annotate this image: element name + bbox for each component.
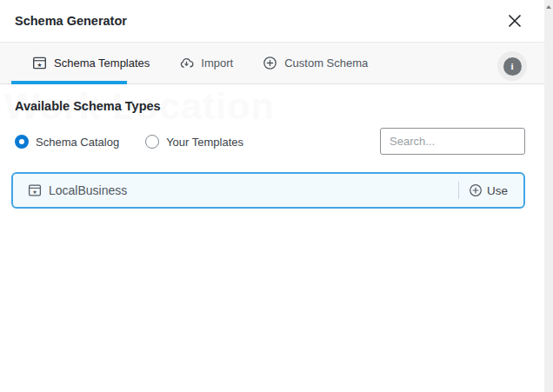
tab-label: Import xyxy=(201,56,233,70)
tab-custom-schema[interactable]: Custom Schema xyxy=(263,43,368,83)
plus-circle-icon xyxy=(263,56,277,70)
radio-label[interactable]: Your Templates xyxy=(166,136,243,149)
schema-type-row-localbusiness[interactable]: ★ LocalBusiness Use xyxy=(11,172,525,209)
radio-schema-catalog[interactable]: Schema Catalog xyxy=(15,135,119,149)
radio-label[interactable]: Schema Catalog xyxy=(36,136,119,149)
svg-text:★: ★ xyxy=(32,189,37,195)
info-button[interactable]: i xyxy=(497,51,527,81)
divider xyxy=(458,182,459,199)
tab-schema-templates[interactable]: ★ Schema Templates xyxy=(32,43,150,83)
tab-bar: ★ Schema Templates Import Custom Schema xyxy=(0,42,544,84)
search-input[interactable] xyxy=(380,128,525,155)
use-button[interactable]: Use xyxy=(469,183,508,197)
tab-label: Schema Templates xyxy=(54,56,150,70)
schema-template-icon: ★ xyxy=(32,56,47,70)
radio-unselected-icon[interactable] xyxy=(145,135,159,149)
section-heading: Available Schema Types xyxy=(15,99,161,113)
svg-text:★: ★ xyxy=(37,62,43,68)
tab-import[interactable]: Import xyxy=(179,43,233,83)
scroll-up-icon[interactable] xyxy=(546,5,551,9)
plus-circle-icon xyxy=(469,183,483,197)
schema-type-name: LocalBusiness xyxy=(49,183,127,197)
content-area: Work Location Available Schema Types Sch… xyxy=(0,84,544,392)
dialog-header: Schema Generator xyxy=(0,0,544,42)
info-icon: i xyxy=(503,57,522,76)
radio-your-templates[interactable]: Your Templates xyxy=(145,135,243,149)
close-icon xyxy=(506,12,523,30)
dialog-title: Schema Generator xyxy=(15,0,127,42)
close-button[interactable] xyxy=(504,10,525,31)
catalog-filter-row: Schema Catalog Your Templates xyxy=(15,128,270,156)
schema-template-icon: ★ xyxy=(28,183,42,197)
tab-label: Custom Schema xyxy=(284,56,368,70)
use-button-label: Use xyxy=(487,184,508,197)
radio-selected-icon[interactable] xyxy=(15,135,29,149)
vertical-scrollbar[interactable] xyxy=(544,0,553,392)
row-actions: Use xyxy=(458,182,508,199)
cloud-import-icon xyxy=(179,56,194,70)
